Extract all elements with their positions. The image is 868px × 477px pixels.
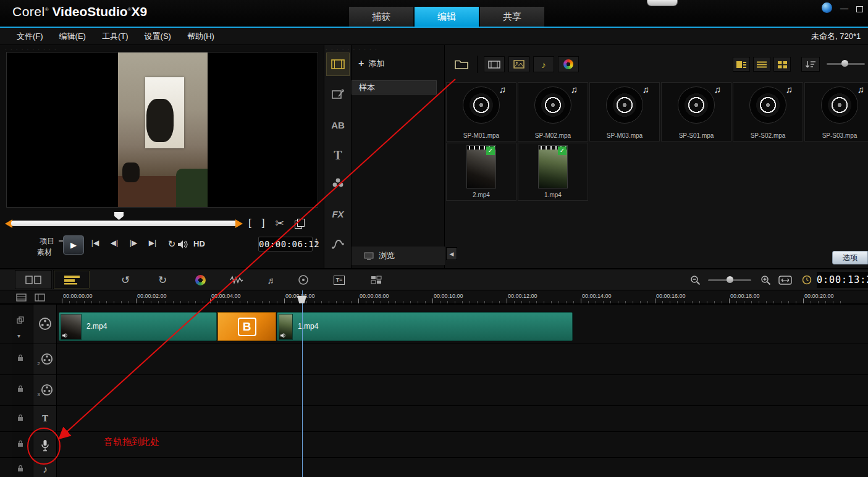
maximize-button[interactable] — [856, 6, 863, 12]
timeline-transition[interactable]: B — [217, 312, 276, 341]
library-item-video[interactable]: ✓ 2.mp4 — [446, 143, 516, 201]
reg-mark: ® — [45, 7, 49, 12]
panel-grip[interactable] — [647, 0, 678, 6]
filter-all-media-button[interactable] — [558, 56, 579, 72]
filter-audio-button[interactable]: ♪ — [533, 56, 554, 72]
menu-edit[interactable]: 编辑(E) — [51, 28, 94, 45]
voice-track-header[interactable] — [33, 437, 57, 454]
browse-button[interactable]: 浏览 — [352, 247, 445, 265]
overlay-track-1-header[interactable]: 2 — [33, 352, 57, 366]
track-lock-icon[interactable] — [16, 354, 25, 361]
fit-timeline-button[interactable] — [777, 273, 793, 287]
mark-out-button[interactable]: ] — [262, 217, 265, 230]
undo-button[interactable]: ↺ — [117, 273, 133, 287]
play-button[interactable]: ▶ — [63, 235, 84, 255]
next-frame-button[interactable]: |▶ — [127, 238, 140, 250]
add-folder-button[interactable]: + 添加 — [358, 58, 384, 69]
hd-preview-toggle[interactable]: HD — [193, 239, 205, 248]
graphic-icon — [332, 177, 344, 190]
music-note-icon: ♪ — [541, 59, 546, 70]
volume-icon[interactable] — [178, 240, 189, 248]
motion-tracking-button[interactable] — [295, 273, 311, 287]
track-manager-button[interactable] — [368, 273, 384, 287]
library-folder-sample[interactable]: 样本 — [352, 80, 437, 95]
collapse-tracks-chevron[interactable]: ▾ — [17, 332, 20, 339]
thumbnail-size-slider-handle[interactable] — [841, 60, 848, 67]
preview-timecode[interactable]: 00:00:06:12 — [258, 237, 313, 251]
nav-graphic-button[interactable] — [327, 172, 349, 195]
timeline-clip-2mp4[interactable]: 2.mp4 — [59, 312, 217, 341]
scrubber-track[interactable] — [11, 221, 237, 226]
track-ripple-icon[interactable] — [16, 316, 25, 324]
record-capture-button[interactable] — [192, 273, 208, 287]
logo-brand: Corel — [12, 4, 45, 19]
nav-instant-project-button[interactable] — [327, 83, 349, 106]
view-list-button[interactable] — [753, 57, 770, 72]
nav-filter-button[interactable]: FX — [327, 203, 349, 225]
view-grid-button[interactable] — [773, 57, 791, 72]
timeline-playhead[interactable] — [302, 290, 303, 477]
nav-title-button[interactable]: T — [327, 144, 349, 166]
track-list-icon[interactable] — [35, 293, 45, 302]
overlay-track-2-header[interactable]: 3 — [33, 382, 57, 397]
options-button[interactable]: 选项 — [832, 251, 868, 264]
track-lock-icon[interactable] — [16, 385, 25, 392]
timeline-timecode[interactable]: 0:00:13:27 — [817, 272, 868, 288]
home-button[interactable]: |◀ — [88, 238, 102, 250]
track-lock-icon[interactable] — [16, 414, 25, 421]
library-item-audio[interactable]: ♫ SP-M03.mpa — [589, 82, 660, 141]
tab-edit[interactable]: 编辑 — [415, 7, 479, 27]
zoom-out-button[interactable] — [687, 273, 703, 287]
library-item-audio[interactable]: ♫ SP-S01.mpa — [661, 82, 731, 141]
chapter-point-button[interactable] — [799, 273, 815, 287]
library-item-video[interactable]: ✓ 1.mp4 — [518, 143, 588, 201]
title-track-header[interactable]: T — [33, 412, 57, 425]
repeat-button[interactable]: ↻ — [165, 238, 179, 250]
library-item-audio[interactable]: ♫ SP-S03.mpa — [804, 82, 868, 141]
library-item-audio[interactable]: ♫ SP-M02.mpa — [518, 82, 588, 141]
music-track-header[interactable]: ♪ — [33, 463, 57, 476]
library-item-audio[interactable]: ♫ SP-M01.mpa — [446, 82, 516, 141]
nav-motion-path-button[interactable] — [327, 233, 349, 255]
clip-mode-label[interactable]: 素材 — [37, 247, 52, 258]
zoom-in-button[interactable] — [757, 273, 773, 287]
show-all-tracks-icon[interactable] — [16, 293, 27, 302]
trim-buttons: [ ] ✂ — [248, 217, 303, 230]
end-button[interactable]: ▶| — [146, 238, 159, 250]
menu-help[interactable]: 帮助(H) — [179, 28, 222, 45]
trim-end-handle[interactable] — [235, 219, 243, 228]
track-lock-icon[interactable] — [16, 440, 25, 447]
timeline-zoom-slider-handle[interactable] — [727, 276, 733, 283]
filter-photo-button[interactable] — [508, 56, 529, 72]
split-clip-button[interactable]: ✂ — [275, 217, 284, 230]
timecode-spinner[interactable]: ▲ ▼ — [314, 237, 319, 245]
track-lock-icon[interactable] — [16, 465, 25, 472]
menu-file[interactable]: 文件(F) — [9, 28, 51, 45]
auto-music-button[interactable]: ♬ — [264, 273, 280, 287]
project-mode-label[interactable]: 项目 — [40, 236, 54, 247]
spinner-down-icon[interactable]: ▼ — [314, 241, 319, 245]
view-thumb-title-button[interactable] — [733, 57, 750, 72]
storyboard-view-button[interactable] — [15, 270, 52, 289]
mark-in-button[interactable]: [ — [248, 217, 251, 230]
timeline-view-button[interactable] — [53, 270, 90, 289]
import-folder-icon[interactable] — [455, 59, 468, 70]
collapse-panel-button[interactable]: ◀ — [446, 247, 457, 260]
library-item-audio[interactable]: ♫ SP-S02.mpa — [733, 82, 803, 141]
menu-settings[interactable]: 设置(S) — [137, 28, 179, 45]
sound-mixer-button[interactable] — [229, 273, 245, 287]
previous-frame-button[interactable]: ◀| — [107, 238, 121, 250]
redo-button[interactable]: ↻ — [154, 273, 171, 287]
subtitle-editor-button[interactable]: T≡ — [331, 273, 347, 287]
enlarge-preview-button[interactable] — [295, 219, 303, 228]
sort-button[interactable] — [801, 57, 820, 72]
timeline-clip-1mp4[interactable]: 1.mp4 — [277, 312, 573, 341]
minimize-button[interactable]: — — [840, 4, 848, 13]
tab-share[interactable]: 共享 — [480, 7, 544, 27]
menu-tools[interactable]: 工具(T) — [94, 28, 137, 45]
tab-capture[interactable]: 捕获 — [349, 7, 413, 27]
video-track-header[interactable] — [33, 316, 57, 331]
filter-video-button[interactable] — [484, 56, 505, 72]
nav-media-library-button[interactable] — [327, 53, 349, 75]
nav-transition-button[interactable]: AB — [327, 114, 349, 136]
